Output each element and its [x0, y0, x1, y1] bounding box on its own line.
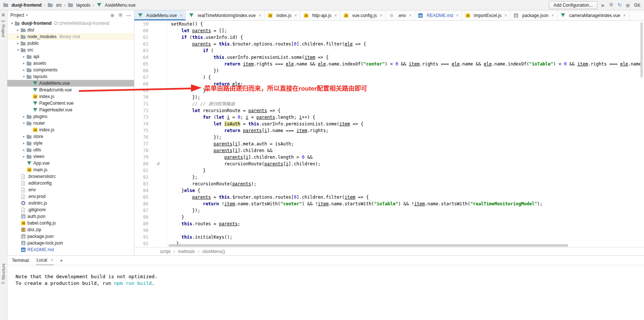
tab-vue-config-js[interactable]: JSvue.config.js× [340, 10, 386, 20]
tree-item-asidemenu-vue[interactable]: AsideMenu.vue [7, 80, 134, 87]
line-number[interactable]: 69 [134, 87, 151, 94]
line-number[interactable]: 60 [134, 27, 151, 34]
gutter[interactable] [151, 154, 165, 161]
code-line-62[interactable]: 62 parents = this.$router.options.routes… [134, 41, 644, 47]
hide-icon[interactable]: — [127, 13, 131, 18]
gutter[interactable] [151, 41, 165, 47]
code-line-84[interactable]: 84 }else { [134, 187, 644, 194]
code-line-69[interactable]: 69 } [134, 87, 644, 94]
tree-item-components[interactable]: ▸components [7, 67, 134, 73]
gutter[interactable] [151, 94, 165, 101]
gutter[interactable] [151, 74, 165, 81]
gutter[interactable] [151, 207, 165, 214]
tree-item-index-js[interactable]: JSindex.js [7, 93, 134, 100]
code-line-64[interactable]: 64 this.userInfo.permissionList.some(ite… [134, 54, 644, 61]
line-number[interactable]: 88 [134, 214, 151, 220]
locate-icon[interactable]: ⊕ [110, 13, 114, 18]
close-tab-icon[interactable]: × [180, 13, 182, 18]
gutter[interactable] [151, 114, 165, 121]
code-line-74[interactable]: 74 let isAuth = this.userInfo.permission… [134, 121, 644, 127]
gutter[interactable] [151, 220, 165, 227]
tree-item-store[interactable]: ▸store [7, 133, 134, 140]
terminal-output[interactable]: Note that the development build is not o… [7, 265, 644, 287]
tab-readme-md[interactable]: MDREADME.md× [415, 10, 462, 20]
horizontal-scrollbar[interactable] [168, 244, 568, 247]
line-number[interactable]: 81 [134, 167, 151, 174]
tree-item-dist[interactable]: ▸dist [7, 27, 134, 33]
gutter[interactable] [151, 201, 165, 207]
line-number[interactable]: 72 [134, 107, 151, 114]
tree-item-editorconfig[interactable]: .editorconfig [7, 180, 134, 186]
tree-item-api[interactable]: ▸api [7, 53, 134, 60]
line-number[interactable]: 92 [134, 240, 151, 247]
tree-item-duoji-frontend[interactable]: ▾duoji-frontendD:\zheheWeb\duoji-fronten… [7, 20, 134, 27]
chevron-right-icon[interactable]: ▸ [21, 148, 26, 152]
gutter[interactable] [151, 127, 165, 134]
code-line-65[interactable]: 65 return item.rights === ele.name && el… [134, 61, 644, 67]
line-number[interactable]: 80 [134, 161, 151, 167]
tool-windows-icon[interactable]: ▦ [626, 3, 630, 7]
line-number[interactable]: 84 [134, 187, 151, 194]
code-line-60[interactable]: 60 let parents = []; [134, 27, 644, 34]
tree-item-readme-md[interactable]: MDREADME.md [7, 246, 134, 253]
line-number[interactable]: 79 [134, 154, 151, 161]
tree-item-app-vue[interactable]: App.vue [7, 160, 134, 166]
line-number[interactable]: 63 [134, 47, 151, 54]
tree-item-pageheader-vue[interactable]: PageHeader.vue [7, 107, 134, 113]
code-line-76[interactable]: 76 }); [134, 134, 644, 141]
code-line-88[interactable]: 88 } [134, 214, 644, 220]
line-number[interactable]: 71 [134, 101, 151, 107]
chevron-right-icon[interactable]: ▸ [21, 141, 26, 145]
close-tab-icon[interactable]: × [456, 13, 459, 18]
gutter[interactable] [151, 54, 165, 61]
close-tab-icon[interactable]: × [623, 13, 626, 18]
new-terminal-tab-button[interactable]: + [60, 257, 63, 263]
tree-item-eslintrc-js[interactable]: .eslintrc.js [7, 200, 134, 206]
line-number[interactable]: 87 [134, 207, 151, 214]
gutter[interactable] [151, 194, 165, 201]
line-number[interactable]: 68 [134, 81, 151, 87]
line-number[interactable]: 65 [134, 61, 151, 67]
line-number[interactable]: 89 [134, 220, 151, 227]
code-editor[interactable]: 59 setRoute() {60 let parents = [];61 if… [134, 21, 644, 247]
editor-crumb-script[interactable]: script [160, 249, 171, 254]
terminal-tab-local[interactable]: Local× [36, 256, 54, 265]
tab-index-js[interactable]: JSindex.js× [265, 10, 301, 20]
code-line-77[interactable]: 77 parents[i].meta.auth = isAuth; [134, 141, 644, 147]
gutter[interactable] [151, 240, 165, 247]
code-line-73[interactable]: 73 for (let i = 0; i < parents.length; i… [134, 114, 644, 121]
code-line-79[interactable]: 79 parents[i].children.length > 0 && [134, 154, 644, 161]
code-line-66[interactable]: 66 }) [134, 67, 644, 74]
settings-icon[interactable] [609, 2, 614, 8]
line-number[interactable]: 74 [134, 121, 151, 127]
line-number[interactable]: 75 [134, 127, 151, 134]
gutter[interactable]: ↺ [151, 161, 165, 167]
code-line-90[interactable]: 90 [134, 227, 644, 234]
code-line-75[interactable]: 75 return parents[i].name === item.right… [134, 127, 644, 134]
line-number[interactable]: 91 [134, 234, 151, 240]
tree-item-utils[interactable]: ▸utils [7, 146, 134, 153]
tree-item-assets[interactable]: ▸assets [7, 60, 134, 67]
code-line-82[interactable]: 82 }; [134, 174, 644, 181]
tree-item-breadcrumb-vue[interactable]: Breadcrumb.vue [7, 87, 134, 93]
line-number[interactable]: 70 [134, 94, 151, 101]
tree-item-auth-json[interactable]: {}auth.json [7, 213, 134, 220]
chevron-right-icon[interactable]: ▸ [16, 28, 20, 32]
code-line-67[interactable]: 67 ) { [134, 74, 644, 81]
structure-toolwindow-button[interactable]: 7: Structure [1, 263, 6, 284]
line-number[interactable]: 90 [134, 227, 151, 234]
close-tab-icon[interactable]: × [294, 13, 297, 18]
gutter[interactable] [151, 134, 165, 141]
tree-item-gitignore[interactable]: .gitignore [7, 206, 134, 213]
code-line-78[interactable]: 78 parents[i].children && [134, 147, 644, 154]
chevron-down-icon[interactable]: ▾ [26, 13, 28, 17]
tree-item-babel-config-js[interactable]: JSbabel.config.js [7, 220, 134, 226]
line-number[interactable]: 85 [134, 194, 151, 201]
tree-item-layouts[interactable]: ▾layouts [7, 73, 134, 80]
line-number[interactable]: 61 [134, 34, 151, 41]
line-number[interactable]: 82 [134, 174, 151, 181]
tree-item-node-modules[interactable]: ▸node_moduleslibrary root [7, 33, 134, 40]
tree-item-router[interactable]: ▾router [7, 120, 134, 127]
tab-http-api-js[interactable]: JShttp-api.js× [300, 10, 340, 20]
vertical-scrollbar[interactable] [640, 22, 643, 78]
